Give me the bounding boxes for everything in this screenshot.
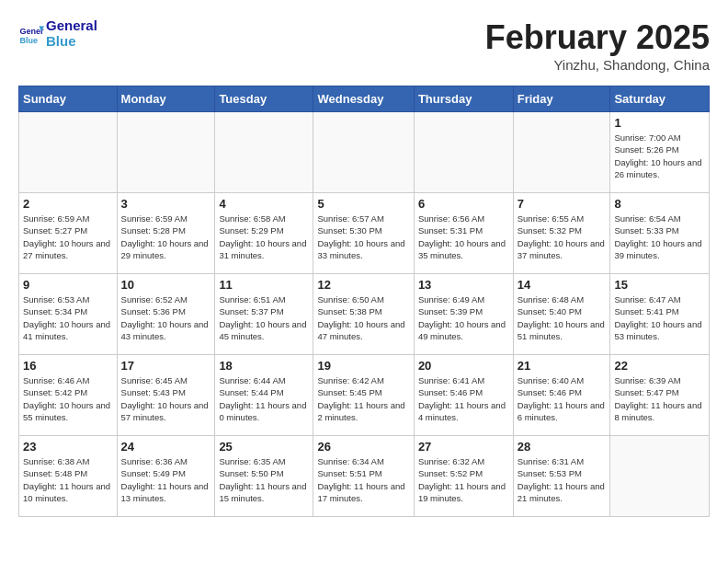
day-info: Sunrise: 6:42 AM Sunset: 5:45 PM Dayligh…	[317, 374, 409, 423]
day-info: Sunrise: 6:45 AM Sunset: 5:43 PM Dayligh…	[121, 374, 211, 423]
day-info: Sunrise: 6:54 AM Sunset: 5:33 PM Dayligh…	[614, 213, 705, 261]
day-info: Sunrise: 6:35 AM Sunset: 5:50 PM Dayligh…	[219, 455, 309, 504]
day-info: Sunrise: 6:58 AM Sunset: 5:29 PM Dayligh…	[219, 213, 309, 261]
calendar-cell: 6Sunrise: 6:56 AM Sunset: 5:31 PM Daylig…	[414, 193, 513, 274]
day-info: Sunrise: 6:36 AM Sunset: 5:49 PM Dayligh…	[121, 455, 211, 504]
day-info: Sunrise: 6:56 AM Sunset: 5:31 PM Dayligh…	[418, 213, 509, 261]
day-info: Sunrise: 6:53 AM Sunset: 5:34 PM Dayligh…	[23, 293, 113, 342]
day-info: Sunrise: 6:47 AM Sunset: 5:41 PM Dayligh…	[614, 293, 705, 342]
day-number: 19	[317, 359, 409, 373]
day-info: Sunrise: 6:55 AM Sunset: 5:32 PM Dayligh…	[518, 213, 607, 261]
day-info: Sunrise: 6:59 AM Sunset: 5:28 PM Dayligh…	[121, 213, 211, 261]
calendar-cell	[117, 112, 215, 193]
day-number: 28	[518, 440, 607, 454]
calendar-week-2: 9Sunrise: 6:53 AM Sunset: 5:34 PM Daylig…	[19, 274, 710, 355]
calendar-cell: 22Sunrise: 6:39 AM Sunset: 5:47 PM Dayli…	[610, 355, 710, 436]
day-number: 27	[418, 440, 509, 454]
logo-icon: General Blue	[18, 21, 44, 47]
calendar-cell	[610, 436, 710, 517]
calendar-header-row: SundayMondayTuesdayWednesdayThursdayFrid…	[19, 86, 710, 112]
day-number: 14	[518, 278, 607, 292]
day-number: 8	[614, 197, 705, 211]
calendar-cell	[513, 112, 610, 193]
day-info: Sunrise: 6:50 AM Sunset: 5:38 PM Dayligh…	[317, 293, 409, 342]
title-section: February 2025 Yinzhu, Shandong, China	[485, 18, 710, 73]
calendar-week-3: 16Sunrise: 6:46 AM Sunset: 5:42 PM Dayli…	[19, 355, 710, 436]
calendar-cell: 14Sunrise: 6:48 AM Sunset: 5:40 PM Dayli…	[513, 274, 610, 355]
calendar-cell: 19Sunrise: 6:42 AM Sunset: 5:45 PM Dayli…	[313, 355, 414, 436]
calendar-cell: 2Sunrise: 6:59 AM Sunset: 5:27 PM Daylig…	[19, 193, 118, 274]
day-number: 4	[219, 197, 309, 211]
calendar-cell: 16Sunrise: 6:46 AM Sunset: 5:42 PM Dayli…	[19, 355, 118, 436]
calendar-cell: 7Sunrise: 6:55 AM Sunset: 5:32 PM Daylig…	[513, 193, 610, 274]
day-number: 5	[317, 197, 409, 211]
calendar-cell: 21Sunrise: 6:40 AM Sunset: 5:46 PM Dayli…	[513, 355, 610, 436]
day-number: 7	[518, 197, 607, 211]
weekday-header-thursday: Thursday	[414, 86, 513, 112]
day-info: Sunrise: 6:41 AM Sunset: 5:46 PM Dayligh…	[418, 374, 509, 423]
day-number: 2	[23, 197, 113, 211]
calendar-week-1: 2Sunrise: 6:59 AM Sunset: 5:27 PM Daylig…	[19, 193, 710, 274]
day-number: 1	[614, 116, 705, 130]
location-subtitle: Yinzhu, Shandong, China	[485, 57, 710, 73]
day-number: 3	[121, 197, 211, 211]
calendar-cell: 24Sunrise: 6:36 AM Sunset: 5:49 PM Dayli…	[117, 436, 215, 517]
weekday-header-monday: Monday	[117, 86, 215, 112]
weekday-header-sunday: Sunday	[19, 86, 118, 112]
day-number: 18	[219, 359, 309, 373]
day-number: 12	[317, 278, 409, 292]
day-number: 23	[23, 440, 113, 454]
day-number: 16	[23, 359, 113, 373]
calendar-cell: 13Sunrise: 6:49 AM Sunset: 5:39 PM Dayli…	[414, 274, 513, 355]
calendar-cell: 23Sunrise: 6:38 AM Sunset: 5:48 PM Dayli…	[19, 436, 118, 517]
day-number: 10	[121, 278, 211, 292]
day-number: 15	[614, 278, 705, 292]
weekday-header-tuesday: Tuesday	[215, 86, 313, 112]
day-number: 24	[121, 440, 211, 454]
calendar-cell: 11Sunrise: 6:51 AM Sunset: 5:37 PM Dayli…	[215, 274, 313, 355]
calendar-cell: 26Sunrise: 6:34 AM Sunset: 5:51 PM Dayli…	[313, 436, 414, 517]
day-number: 20	[418, 359, 509, 373]
calendar-cell: 5Sunrise: 6:57 AM Sunset: 5:30 PM Daylig…	[313, 193, 414, 274]
calendar-cell: 28Sunrise: 6:31 AM Sunset: 5:53 PM Dayli…	[513, 436, 610, 517]
day-number: 11	[219, 278, 309, 292]
calendar-cell: 4Sunrise: 6:58 AM Sunset: 5:29 PM Daylig…	[215, 193, 313, 274]
weekday-header-wednesday: Wednesday	[313, 86, 414, 112]
calendar-cell	[215, 112, 313, 193]
month-title: February 2025	[485, 18, 710, 57]
day-info: Sunrise: 6:44 AM Sunset: 5:44 PM Dayligh…	[219, 374, 309, 423]
calendar-cell: 15Sunrise: 6:47 AM Sunset: 5:41 PM Dayli…	[610, 274, 710, 355]
calendar-cell: 8Sunrise: 6:54 AM Sunset: 5:33 PM Daylig…	[610, 193, 710, 274]
day-info: Sunrise: 6:34 AM Sunset: 5:51 PM Dayligh…	[317, 455, 409, 504]
calendar-week-4: 23Sunrise: 6:38 AM Sunset: 5:48 PM Dayli…	[19, 436, 710, 517]
weekday-header-saturday: Saturday	[610, 86, 710, 112]
calendar-cell: 1Sunrise: 7:00 AM Sunset: 5:26 PM Daylig…	[610, 112, 710, 193]
day-number: 6	[418, 197, 509, 211]
day-info: Sunrise: 6:51 AM Sunset: 5:37 PM Dayligh…	[219, 293, 309, 342]
calendar-cell: 25Sunrise: 6:35 AM Sunset: 5:50 PM Dayli…	[215, 436, 313, 517]
logo-general: General	[46, 18, 97, 34]
day-info: Sunrise: 6:52 AM Sunset: 5:36 PM Dayligh…	[121, 293, 211, 342]
calendar-week-0: 1Sunrise: 7:00 AM Sunset: 5:26 PM Daylig…	[19, 112, 710, 193]
calendar-cell: 10Sunrise: 6:52 AM Sunset: 5:36 PM Dayli…	[117, 274, 215, 355]
day-number: 9	[23, 278, 113, 292]
day-number: 21	[518, 359, 607, 373]
calendar-cell: 27Sunrise: 6:32 AM Sunset: 5:52 PM Dayli…	[414, 436, 513, 517]
calendar-cell: 20Sunrise: 6:41 AM Sunset: 5:46 PM Dayli…	[414, 355, 513, 436]
calendar-cell	[19, 112, 118, 193]
day-number: 13	[418, 278, 509, 292]
svg-text:Blue: Blue	[19, 35, 38, 44]
day-info: Sunrise: 6:38 AM Sunset: 5:48 PM Dayligh…	[23, 455, 113, 504]
day-info: Sunrise: 7:00 AM Sunset: 5:26 PM Dayligh…	[614, 132, 705, 180]
calendar-cell: 17Sunrise: 6:45 AM Sunset: 5:43 PM Dayli…	[117, 355, 215, 436]
calendar-cell: 18Sunrise: 6:44 AM Sunset: 5:44 PM Dayli…	[215, 355, 313, 436]
logo: General Blue General Blue	[18, 18, 97, 49]
calendar-cell	[414, 112, 513, 193]
day-number: 25	[219, 440, 309, 454]
calendar-cell: 3Sunrise: 6:59 AM Sunset: 5:28 PM Daylig…	[117, 193, 215, 274]
day-info: Sunrise: 6:40 AM Sunset: 5:46 PM Dayligh…	[518, 374, 607, 423]
calendar-cell: 9Sunrise: 6:53 AM Sunset: 5:34 PM Daylig…	[19, 274, 118, 355]
day-info: Sunrise: 6:39 AM Sunset: 5:47 PM Dayligh…	[614, 374, 705, 423]
calendar-cell	[313, 112, 414, 193]
day-info: Sunrise: 6:48 AM Sunset: 5:40 PM Dayligh…	[518, 293, 607, 342]
